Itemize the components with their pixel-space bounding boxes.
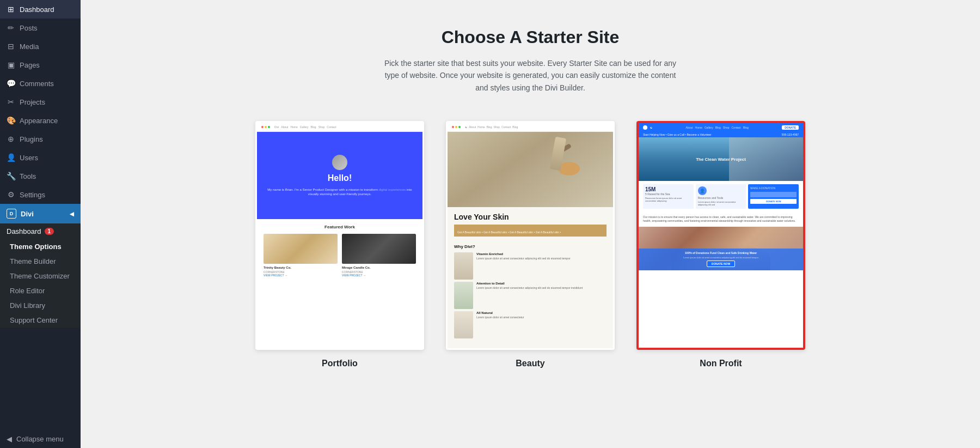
divi-sub-item-theme-options[interactable]: Theme Options [0, 239, 81, 254]
portfolio-work-item: Trinity Beauty Co. CORNERSTONE VIEW PROJ… [264, 234, 338, 277]
page-title: Choose A Starter Site [442, 27, 620, 47]
posts-icon: ✏ [7, 23, 15, 32]
settings-icon: ⚙ [7, 190, 15, 199]
divi-sub-item-theme-builder[interactable]: Theme Builder [0, 254, 81, 269]
sidebar-item-label: Dashboard [20, 5, 54, 14]
divi-dashboard-label: Dashboard [7, 227, 41, 235]
divi-label: Divi [21, 210, 34, 218]
sidebar-item-label: Tools [20, 172, 36, 180]
page-subtitle: Pick the starter site that best suits yo… [383, 57, 677, 94]
sidebar-item-label: Posts [20, 24, 38, 32]
nonprofit-card-label: Non Profit [700, 359, 742, 368]
portfolio-featured-title: Featured Work [264, 225, 416, 229]
portfolio-preview-frame: DiviAboutHomeGalleryBlogShopContact Hell… [255, 121, 424, 350]
sidebar-item-pages[interactable]: ▣ Pages [0, 56, 81, 74]
sidebar-item-projects[interactable]: ✂ Projects [0, 93, 81, 111]
plugins-icon: ⊕ [7, 135, 15, 143]
divi-sub-item-role-editor[interactable]: Role Editor [0, 283, 81, 298]
sidebar-item-comments[interactable]: 💬 Comments [0, 74, 81, 93]
users-icon: 👤 [7, 153, 15, 162]
dashboard-icon: ⊞ [7, 5, 15, 14]
sidebar-item-label: Plugins [20, 135, 43, 143]
sidebar-item-posts[interactable]: ✏ Posts [0, 19, 81, 37]
beauty-section-title: Why Divi? [454, 244, 607, 249]
divi-sub-item-support-center[interactable]: Support Center [0, 313, 81, 328]
sidebar-item-dashboard[interactable]: ⊞ Dashboard [0, 0, 81, 19]
portfolio-hero-title: Hello! [328, 173, 352, 183]
sidebar-item-media[interactable]: ⊟ Media [0, 37, 81, 56]
sidebar-item-divi[interactable]: D Divi ◀ [0, 204, 81, 223]
sidebar-item-label: Appearance [20, 117, 58, 125]
portfolio-card-label: Portfolio [322, 359, 358, 368]
beauty-hero-title: Love Your Skin [454, 213, 607, 221]
beauty-card-label: Beauty [516, 359, 544, 368]
sidebar-item-settings[interactable]: ⚙ Settings [0, 185, 81, 204]
sidebar-item-tools[interactable]: 🔧 Tools [0, 167, 81, 185]
nonprofit-cta-button[interactable]: DONATE NOW [707, 261, 735, 267]
beauty-preview-frame: ☯AboutHomeBlogShopContactBlog Love Your … [446, 121, 615, 350]
sidebar-item-label: Users [20, 154, 38, 162]
appearance-icon: 🎨 [7, 116, 15, 125]
beauty-ticker-text: Get A Beautiful skin • Get A Beautiful s… [457, 231, 561, 234]
sidebar: ⊞ Dashboard ✏ Posts ⊟ Media ▣ Pages 💬 Co… [0, 0, 81, 448]
collapse-icon: ◀ [7, 435, 12, 443]
sidebar-item-label: Pages [20, 61, 40, 69]
starter-site-beauty[interactable]: ☯AboutHomeBlogShopContactBlog Love Your … [446, 121, 615, 368]
nonprofit-stat-donation[interactable]: MAKE A DONATION DONATE NOW [748, 184, 799, 208]
starter-site-nonprofit[interactable]: ☯ AboutHomeGalleryBlogShopContactBlog DO… [636, 121, 805, 368]
sidebar-item-label: Settings [20, 191, 45, 199]
sidebar-item-label: Media [20, 43, 39, 51]
nonprofit-hero-title: The Clean Water Project [696, 157, 746, 162]
beauty-feature: Attention to Detail Lorem ipsum dolor si… [454, 282, 607, 309]
divi-submenu: Dashboard 1 Theme Options Theme Builder … [0, 223, 81, 328]
portfolio-hero-text: My name is Brian. I'm a Senior Product D… [264, 187, 416, 197]
tools-icon: 🔧 [7, 172, 15, 180]
sidebar-item-appearance[interactable]: 🎨 Appearance [0, 111, 81, 130]
sidebar-item-label: Projects [20, 98, 45, 106]
nonprofit-nav-links: AboutHomeGalleryBlogShopContactBlog [686, 126, 749, 129]
portfolio-work-item: Mirage Candle Co. CORNERSTONE VIEW PROJE… [342, 234, 416, 277]
starter-sites-grid: DiviAboutHomeGalleryBlogShopContact Hell… [231, 121, 830, 368]
divi-dashboard-header[interactable]: Dashboard 1 [0, 223, 81, 239]
starter-site-portfolio[interactable]: DiviAboutHomeGalleryBlogShopContact Hell… [255, 121, 424, 368]
sidebar-item-users[interactable]: 👤 Users [0, 148, 81, 167]
main-content: Choose A Starter Site Pick the starter s… [81, 0, 980, 448]
nonprofit-stat: 15M 5 Raised for the Sea Resources lorem… [643, 184, 694, 208]
dashboard-badge: 1 [45, 228, 54, 235]
divi-sub-item-divi-library[interactable]: Divi Library [0, 298, 81, 313]
chevron-left-icon: ◀ [70, 211, 74, 217]
collapse-menu-button[interactable]: ◀ Collapse menu [0, 430, 81, 448]
pages-icon: ▣ [7, 60, 15, 69]
projects-icon: ✂ [7, 98, 15, 106]
beauty-feature: All Natural Lorem ipsum dolor sit amet c… [454, 311, 607, 338]
divi-sub-item-theme-customizer[interactable]: Theme Customizer [0, 269, 81, 283]
nonprofit-preview-frame: ☯ AboutHomeGalleryBlogShopContactBlog DO… [636, 121, 805, 350]
nonprofit-nav-cta-button[interactable]: DONATE [782, 125, 799, 130]
nonprofit-logo-icon [643, 125, 647, 130]
beauty-feature: Vitamin Enriched Lorem ipsum dolor sit a… [454, 252, 607, 280]
nonprofit-mission-text: Our mission is to ensure that every pers… [643, 215, 799, 223]
nonprofit-stat-resources: 👤 Resources and Tools Lorem ipsum dolor … [696, 184, 746, 208]
comments-icon: 💬 [7, 79, 15, 88]
sidebar-item-label: Comments [20, 80, 54, 88]
collapse-label: Collapse menu [16, 435, 64, 443]
nonprofit-cta-title: 100% of Donations Fund Clean and Safe Dr… [685, 251, 757, 255]
divi-logo-icon: D [7, 209, 16, 219]
sidebar-item-plugins[interactable]: ⊕ Plugins [0, 130, 81, 148]
media-icon: ⊟ [7, 42, 15, 51]
